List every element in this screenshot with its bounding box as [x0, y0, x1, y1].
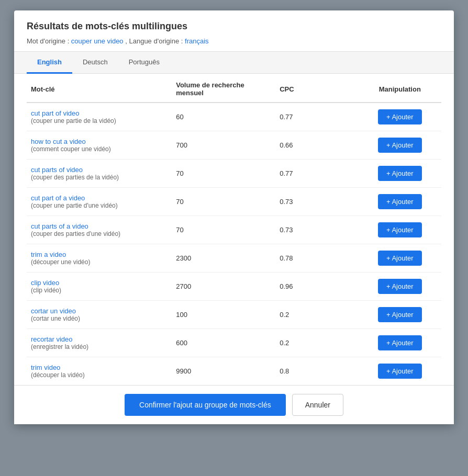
keyword-sub: (couper une partie d'une vidéo) [31, 202, 168, 209]
modal-title: Résultats de mots-clés multilingues [27, 21, 441, 32]
keyword-cell: cut parts of video (couper des parties d… [27, 160, 172, 188]
keyword-main: how to cut a video [31, 138, 168, 145]
add-keyword-button[interactable]: + Ajouter [378, 307, 422, 322]
col-header-manipulation: Manipulation [359, 74, 441, 103]
table-row: cut parts of a video (couper des parties… [27, 216, 441, 244]
keyword-cell: cut parts of a video (couper des parties… [27, 216, 172, 244]
keyword-sub: (enregistrer la vidéo) [31, 343, 168, 350]
cpc-cell: 0.77 [275, 103, 358, 131]
add-keyword-button[interactable]: + Ajouter [378, 138, 422, 153]
cpc-cell: 0.73 [275, 188, 358, 216]
col-header-keyword: Mot-clé [27, 74, 172, 103]
manipulation-cell: + Ajouter [359, 357, 441, 386]
tab-portugues[interactable]: Português [118, 52, 170, 74]
keyword-sub: (découper une vidéo) [31, 258, 168, 266]
manipulation-cell: + Ajouter [359, 188, 441, 216]
table-row: trim video (découper la vidéo) 9900 0.8 … [27, 357, 441, 386]
table-row: recortar video (enregistrer la vidéo) 60… [27, 329, 441, 357]
add-keyword-button[interactable]: + Ajouter [378, 222, 422, 237]
cpc-cell: 0.2 [275, 329, 358, 357]
origin-word-link[interactable]: couper une video [71, 37, 124, 45]
table-row: cortar un video (cortar une vidéo) 100 0… [27, 301, 441, 329]
manipulation-cell: + Ajouter [359, 329, 441, 357]
keyword-cell: trim a video (découper une vidéo) [27, 244, 172, 273]
keyword-sub: (cortar une vidéo) [31, 315, 168, 322]
keyword-sub: (couper des parties d'une vidéo) [31, 230, 168, 237]
modal-dialog: Résultats de mots-clés multilingues Mot … [14, 10, 454, 424]
manipulation-cell: + Ajouter [359, 160, 441, 188]
cancel-button[interactable]: Annuler [292, 394, 343, 416]
table-container: Mot-clé Volume de recherche mensuel CPC … [14, 74, 454, 385]
keyword-main: trim video [31, 364, 168, 371]
keyword-main: cortar un video [31, 307, 168, 315]
modal-header: Résultats de mots-clés multilingues Mot … [14, 10, 454, 52]
subtitle-middle: , Langue d'origine : [125, 37, 185, 45]
manipulation-cell: + Ajouter [359, 301, 441, 329]
modal-footer: Confirmer l'ajout au groupe de mots-clés… [14, 385, 454, 424]
keyword-cell: clip video (clip vidéo) [27, 273, 172, 301]
tab-english[interactable]: English [27, 52, 72, 74]
add-keyword-button[interactable]: + Ajouter [378, 335, 422, 350]
table-row: clip video (clip vidéo) 2700 0.96 + Ajou… [27, 273, 441, 301]
volume-cell: 700 [172, 131, 275, 160]
volume-cell: 70 [172, 216, 275, 244]
keyword-main: cut parts of video [31, 166, 168, 174]
cpc-cell: 0.8 [275, 357, 358, 386]
keyword-sub: (comment couper une vidéo) [31, 145, 168, 153]
page-background: Résultats de mots-clés multilingues Mot … [0, 0, 468, 476]
manipulation-cell: + Ajouter [359, 216, 441, 244]
keyword-sub: (découper la vidéo) [31, 371, 168, 379]
keyword-cell: cortar un video (cortar une vidéo) [27, 301, 172, 329]
tab-deutsch[interactable]: Deutsch [72, 52, 118, 74]
cpc-cell: 0.78 [275, 244, 358, 273]
add-keyword-button[interactable]: + Ajouter [378, 364, 422, 379]
add-keyword-button[interactable]: + Ajouter [378, 109, 422, 124]
volume-cell: 70 [172, 160, 275, 188]
volume-cell: 9900 [172, 357, 275, 386]
keyword-main: cut parts of a video [31, 222, 168, 230]
table-row: trim a video (découper une vidéo) 2300 0… [27, 244, 441, 273]
add-keyword-button[interactable]: + Ajouter [378, 251, 422, 266]
col-header-cpc: CPC [275, 74, 358, 103]
tabs-container: English Deutsch Português [14, 52, 454, 74]
keyword-sub: (clip vidéo) [31, 287, 168, 294]
keywords-table: Mot-clé Volume de recherche mensuel CPC … [27, 74, 441, 385]
volume-cell: 600 [172, 329, 275, 357]
subtitle-prefix: Mot d'origine : [27, 37, 71, 45]
manipulation-cell: + Ajouter [359, 103, 441, 131]
keyword-sub: (couper des parties de la vidéo) [31, 174, 168, 181]
confirm-button[interactable]: Confirmer l'ajout au groupe de mots-clés [125, 394, 286, 416]
volume-cell: 2300 [172, 244, 275, 273]
keyword-main: cut part of video [31, 109, 168, 117]
keyword-sub: (couper une partie de la vidéo) [31, 117, 168, 124]
table-row: how to cut a video (comment couper une v… [27, 131, 441, 160]
add-keyword-button[interactable]: + Ajouter [378, 279, 422, 294]
cpc-cell: 0.73 [275, 216, 358, 244]
cpc-cell: 0.66 [275, 131, 358, 160]
keyword-cell: cut part of a video (couper une partie d… [27, 188, 172, 216]
keyword-main: trim a video [31, 251, 168, 258]
volume-cell: 70 [172, 188, 275, 216]
volume-cell: 100 [172, 301, 275, 329]
volume-cell: 2700 [172, 273, 275, 301]
keyword-cell: cut part of video (couper une partie de … [27, 103, 172, 131]
keyword-main: clip video [31, 279, 168, 287]
col-header-volume: Volume de recherche mensuel [172, 74, 275, 103]
table-row: cut part of video (couper une partie de … [27, 103, 441, 131]
keyword-cell: recortar video (enregistrer la vidéo) [27, 329, 172, 357]
add-keyword-button[interactable]: + Ajouter [378, 194, 422, 209]
modal-subtitle: Mot d'origine : couper une video , Langu… [27, 37, 441, 45]
cpc-cell: 0.77 [275, 160, 358, 188]
add-keyword-button[interactable]: + Ajouter [378, 166, 422, 181]
cpc-cell: 0.2 [275, 301, 358, 329]
volume-cell: 60 [172, 103, 275, 131]
keyword-cell: trim video (découper la vidéo) [27, 357, 172, 386]
keyword-main: recortar video [31, 335, 168, 343]
table-row: cut part of a video (couper une partie d… [27, 188, 441, 216]
manipulation-cell: + Ajouter [359, 244, 441, 273]
manipulation-cell: + Ajouter [359, 131, 441, 160]
origin-lang-link[interactable]: français [185, 37, 209, 45]
table-row: cut parts of video (couper des parties d… [27, 160, 441, 188]
keyword-main: cut part of a video [31, 194, 168, 202]
manipulation-cell: + Ajouter [359, 273, 441, 301]
